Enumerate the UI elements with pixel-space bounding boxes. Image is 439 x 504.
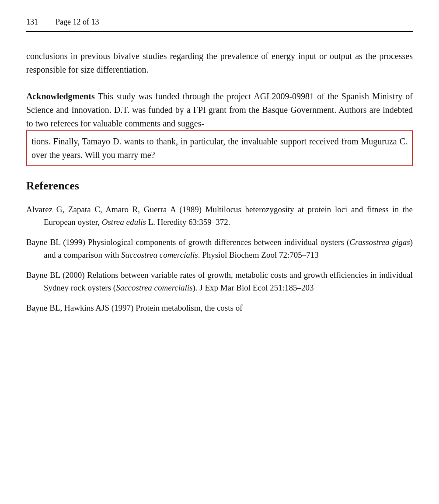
reference-item: Bayne BL (2000) Relations between variab… <box>26 269 413 294</box>
intro-paragraph: conclusions in previous bivalve studies … <box>26 49 413 77</box>
page-number: 131 <box>26 18 38 27</box>
reference-item: Alvarez G, Zapata C, Amaro R, Guerra A (… <box>26 203 413 229</box>
page: 131 Page 12 of 13 conclusions in previou… <box>0 0 439 504</box>
references-heading: References <box>26 179 413 192</box>
ack-label: Acknowledgments <box>26 91 95 101</box>
acknowledgments-block: Acknowledgments This study was funded th… <box>26 90 413 166</box>
page-info: Page 12 of 13 <box>56 18 99 27</box>
reference-item: Bayne BL (1999) Physiological components… <box>26 236 413 262</box>
reference-item: Bayne BL, Hawkins AJS (1997) Protein met… <box>26 301 413 314</box>
references-list: Alvarez G, Zapata C, Amaro R, Guerra A (… <box>26 203 413 314</box>
page-header: 131 Page 12 of 13 <box>26 18 413 32</box>
ack-highlighted-text: tions. Finally, Tamayo D. wants to thank… <box>26 130 413 166</box>
